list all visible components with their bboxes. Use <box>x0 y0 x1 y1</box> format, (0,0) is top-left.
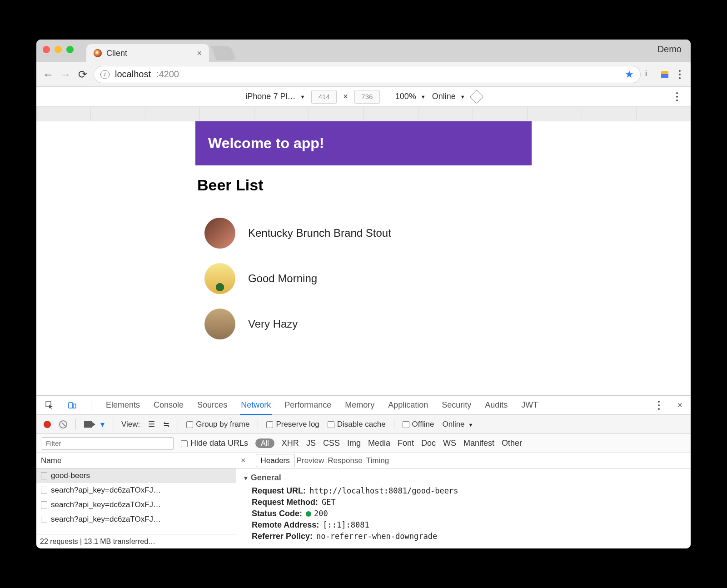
type-filter-css[interactable]: CSS <box>323 439 340 448</box>
device-select[interactable]: iPhone 7 Pl… <box>245 92 305 101</box>
close-details-button[interactable]: × <box>241 456 246 465</box>
list-item[interactable]: Good Morning <box>204 256 523 301</box>
request-row[interactable]: search?api_key=dc6zaTOxFJ… <box>36 498 236 512</box>
profile-label[interactable]: Demo <box>657 44 682 55</box>
site-info-icon[interactable]: i <box>100 70 110 79</box>
offline-checkbox[interactable]: Offline <box>403 420 434 429</box>
subtab-timing[interactable]: Timing <box>364 453 391 468</box>
extension-icon[interactable] <box>660 70 670 80</box>
network-filter-row: Hide data URLs AllXHRJSCSSImgMediaFontDo… <box>36 434 691 453</box>
device-menu-button[interactable] <box>672 92 682 101</box>
devtools-tab-elements[interactable]: Elements <box>105 396 141 414</box>
address-bar[interactable]: i localhost:4200 ★ <box>94 66 641 83</box>
back-button[interactable]: ← <box>42 68 55 81</box>
request-method-value: GET <box>322 498 336 507</box>
new-tab-button[interactable] <box>211 46 237 60</box>
breakpoint-ruler[interactable] <box>36 107 691 121</box>
window-close-button[interactable] <box>43 46 50 53</box>
devtools-close-button[interactable]: × <box>677 400 682 410</box>
document-icon <box>41 487 47 494</box>
viewport-width-input[interactable] <box>311 90 337 104</box>
request-row[interactable]: good-beers <box>36 468 236 483</box>
type-filter-media[interactable]: Media <box>368 439 390 448</box>
type-filter-other[interactable]: Other <box>502 439 522 448</box>
page-viewport: Welcome to app! Beer List Kentucky Brunc… <box>36 121 691 395</box>
svg-rect-2 <box>73 404 76 408</box>
tab-title: Client <box>106 49 127 58</box>
view-waterfall-icon[interactable]: ≒ <box>163 419 169 429</box>
group-by-frame-checkbox[interactable]: Group by frame <box>186 420 249 429</box>
clear-button[interactable] <box>59 420 67 429</box>
network-toolbar: ▾ View: ☰ ≒ Group by frame Preserve log … <box>36 415 691 434</box>
type-filter-ws[interactable]: WS <box>443 439 456 448</box>
device-toolbar: iPhone 7 Pl… × 100% Online <box>36 87 691 107</box>
request-row[interactable]: search?api_key=dc6zaTOxFJ… <box>36 512 236 527</box>
forward-button[interactable]: → <box>59 68 72 81</box>
emulated-screen: Welcome to app! Beer List Kentucky Brunc… <box>195 121 532 395</box>
zoom-select[interactable]: 100% <box>395 92 426 101</box>
request-name: search?api_key=dc6zaTOxFJ… <box>51 486 161 495</box>
record-button[interactable] <box>44 421 51 428</box>
type-filter-img[interactable]: Img <box>347 439 361 448</box>
screenshot-icon[interactable] <box>84 421 92 428</box>
type-filter-doc[interactable]: Doc <box>421 439 436 448</box>
rotate-icon[interactable] <box>469 90 483 104</box>
request-row[interactable]: search?api_key=dc6zaTOxFJ… <box>36 483 236 498</box>
preserve-log-checkbox[interactable]: Preserve log <box>266 420 319 429</box>
beer-list: Kentucky Brunch Brand Stout Good Morning… <box>195 210 532 347</box>
type-filter-xhr[interactable]: XHR <box>282 439 299 448</box>
page-heading: Beer List <box>195 165 532 210</box>
window-zoom-button[interactable] <box>66 46 74 53</box>
type-filter-font[interactable]: Font <box>398 439 414 448</box>
request-name: search?api_key=dc6zaTOxFJ… <box>51 515 161 524</box>
general-section[interactable]: General <box>243 473 684 483</box>
requests-list: Name good-beerssearch?api_key=dc6zaTOxFJ… <box>36 453 236 548</box>
bookmark-star-icon[interactable]: ★ <box>625 69 634 80</box>
device-mode-icon[interactable] <box>67 400 77 410</box>
remote-address-value: [::1]:8081 <box>323 520 369 530</box>
svg-rect-1 <box>69 403 73 408</box>
browser-window: Client × Demo ← → ⟳ i localhost:4200 ★ i… <box>36 40 691 548</box>
hide-data-urls-checkbox[interactable]: Hide data URLs <box>181 439 248 448</box>
devtools-tab-network[interactable]: Network <box>240 396 272 415</box>
subtab-response[interactable]: Response <box>326 453 364 468</box>
type-filter-all[interactable]: All <box>255 439 274 448</box>
devtools-tab-sources[interactable]: Sources <box>196 396 228 414</box>
throttle-select[interactable]: Online <box>432 92 465 101</box>
viewport-height-input[interactable] <box>354 90 380 104</box>
filter-icon[interactable]: ▾ <box>100 419 105 429</box>
tab-close-button[interactable]: × <box>197 49 202 58</box>
devtools-tab-security[interactable]: Security <box>441 396 472 414</box>
devtools-tab-jwt[interactable]: JWT <box>520 396 539 414</box>
document-icon <box>41 472 47 479</box>
devtools-tab-performance[interactable]: Performance <box>284 396 332 414</box>
name-column-header[interactable]: Name <box>36 453 236 468</box>
avatar <box>204 218 235 249</box>
filter-input[interactable] <box>42 437 174 450</box>
devtools-tab-console[interactable]: Console <box>153 396 184 414</box>
type-filter-js[interactable]: JS <box>306 439 316 448</box>
view-list-icon[interactable]: ☰ <box>148 419 155 429</box>
subtab-headers[interactable]: Headers <box>256 454 295 467</box>
browser-menu-button[interactable] <box>674 70 685 79</box>
request-name: good-beers <box>51 471 90 480</box>
window-minimize-button[interactable] <box>55 46 62 53</box>
reload-button[interactable]: ⟳ <box>76 68 89 81</box>
online-throttle-select[interactable]: Online <box>442 420 473 429</box>
devtools-tab-audits[interactable]: Audits <box>484 396 508 414</box>
devtools-tab-memory[interactable]: Memory <box>344 396 375 414</box>
view-label: View: <box>121 420 140 429</box>
subtab-preview[interactable]: Preview <box>295 453 326 468</box>
type-filter-manifest[interactable]: Manifest <box>463 439 494 448</box>
inspect-icon[interactable] <box>45 400 55 410</box>
favicon-icon <box>94 49 102 57</box>
devtools-menu-button[interactable] <box>653 401 664 410</box>
disable-cache-checkbox[interactable]: Disable cache <box>328 420 386 429</box>
page-info-icon[interactable]: i <box>645 70 655 80</box>
devtools-tab-application[interactable]: Application <box>387 396 429 414</box>
list-item[interactable]: Kentucky Brunch Brand Stout <box>204 210 523 256</box>
request-method-key: Request Method: <box>252 498 318 507</box>
status-code-value: 200 <box>306 509 328 518</box>
browser-tab[interactable]: Client × <box>86 44 209 62</box>
list-item[interactable]: Very Hazy <box>204 301 523 347</box>
